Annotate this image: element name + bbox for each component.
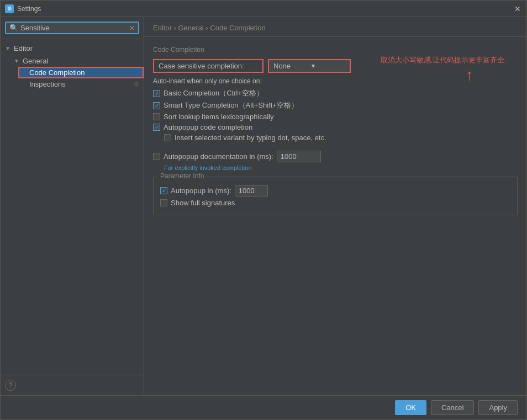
- tree-editor-label[interactable]: ▼ Editor: [1, 42, 144, 54]
- cancel-button[interactable]: Cancel: [431, 400, 474, 415]
- tree-arrow-general: ▼: [14, 58, 20, 64]
- param-autopopup-label: Autopopup in (ms):: [171, 187, 231, 195]
- title-bar-left: ⚙ Settings: [5, 4, 41, 13]
- parameter-info-group: Parameter Info Autopopup in (ms): Show f…: [153, 177, 518, 215]
- spacer: [153, 144, 518, 148]
- show-full-sig-checkbox[interactable]: [160, 199, 167, 206]
- case-sensitive-label: Case sensitive completion:: [159, 62, 244, 70]
- autopopup-doc-input[interactable]: [277, 151, 321, 162]
- sort-lookup-row: Sort lookup items lexicographically: [153, 113, 518, 121]
- autopopup-code-row: Autopopup code completion: [153, 123, 518, 131]
- basic-completion-row: Basic Completion（Ctrl+空格）: [153, 88, 518, 98]
- search-icon: 🔍: [9, 24, 18, 32]
- sidebar: 🔍 ✕ ▼ Editor ▼ General: [1, 17, 144, 395]
- smart-type-row: Smart Type Completion（Alt+Shift+空格）: [153, 100, 518, 110]
- auto-insert-label: Auto-insert when only one choice on:: [153, 77, 518, 85]
- insert-selected-label: Insert selected variant by typing dot, s…: [175, 134, 326, 142]
- group-box-title: Parameter Info: [158, 172, 206, 180]
- general-label: General: [23, 57, 48, 65]
- breadcrumb: Editor › General › Code Completion: [144, 17, 526, 37]
- basic-completion-label: Basic Completion（Ctrl+空格）: [164, 88, 264, 98]
- editor-label: Editor: [14, 44, 33, 52]
- case-sensitive-dropdown[interactable]: None ▼: [268, 59, 351, 73]
- dropdown-value: None: [273, 62, 308, 70]
- search-bar: 🔍 ✕: [1, 17, 144, 39]
- app-icon: ⚙: [5, 4, 14, 13]
- case-sensitive-label-box: Case sensitive completion:: [153, 59, 264, 73]
- hint-text: For explicitly invoked completion: [164, 164, 518, 171]
- dropdown-arrow-icon: ▼: [310, 63, 345, 69]
- param-autopopup-input[interactable]: [235, 185, 268, 196]
- section-label: Code Completion: [153, 46, 518, 54]
- autopopup-doc-checkbox[interactable]: [153, 153, 160, 160]
- param-autopopup-checkbox[interactable]: [160, 187, 167, 194]
- basic-completion-checkbox[interactable]: [153, 90, 160, 97]
- sidebar-bottom: ?: [1, 375, 144, 395]
- sidebar-tree: ▼ Editor ▼ General Code Completion: [1, 39, 144, 375]
- breadcrumb-path: Editor › General › Code Completion: [153, 24, 266, 32]
- tree-editor-children: ▼ General Code Completion Inspections ⚙: [1, 54, 144, 91]
- show-full-sig-label: Show full signatures: [171, 199, 235, 207]
- inspections-icon: ⚙: [134, 81, 139, 88]
- right-panel: Editor › General › Code Completion Code …: [144, 17, 526, 395]
- autopopup-doc-row: Autopopup documentation in (ms):: [153, 151, 518, 162]
- smart-type-checkbox[interactable]: [153, 102, 160, 109]
- title-bar: ⚙ Settings ✕: [1, 1, 526, 17]
- tree-editor: ▼ Editor ▼ General Code Completion: [1, 41, 144, 92]
- code-completion-label: Code Completion: [29, 68, 85, 77]
- autopopup-doc-label: Autopopup documentation in (ms):: [164, 152, 273, 161]
- ok-button[interactable]: OK: [395, 400, 426, 415]
- search-wrapper[interactable]: 🔍 ✕: [5, 22, 139, 34]
- search-input[interactable]: [20, 24, 127, 32]
- tree-general-label[interactable]: ▼ General: [9, 55, 144, 67]
- search-clear-icon[interactable]: ✕: [129, 24, 135, 32]
- main-content: 🔍 ✕ ▼ Editor ▼ General: [1, 17, 526, 395]
- sidebar-item-code-completion[interactable]: Code Completion: [18, 67, 144, 78]
- sidebar-item-inspections[interactable]: Inspections ⚙: [18, 78, 144, 90]
- panel-body: Code Completion Case sensitive completio…: [144, 37, 526, 395]
- case-sensitive-row: Case sensitive completion: None ▼: [153, 59, 518, 73]
- sort-lookup-label: Sort lookup items lexicographically: [164, 113, 273, 121]
- close-button[interactable]: ✕: [513, 4, 522, 13]
- settings-window: ⚙ Settings ✕ 🔍 ✕ ▼ Editor: [0, 0, 527, 420]
- tree-arrow-editor: ▼: [5, 45, 12, 51]
- insert-selected-row: Insert selected variant by typing dot, s…: [153, 134, 518, 142]
- autopopup-code-label: Autopopup code completion: [164, 123, 252, 131]
- insert-selected-checkbox[interactable]: [164, 134, 171, 141]
- tree-general-children: Code Completion Inspections ⚙: [9, 67, 144, 90]
- apply-button[interactable]: Apply: [478, 400, 518, 415]
- param-autopopup-row: Autopopup in (ms):: [160, 185, 510, 196]
- window-title: Settings: [17, 5, 41, 13]
- footer: OK Cancel Apply: [1, 395, 526, 419]
- show-full-sig-row: Show full signatures: [160, 199, 510, 207]
- tree-general: ▼ General Code Completion Inspections ⚙: [9, 54, 144, 91]
- autopopup-code-checkbox[interactable]: [153, 124, 160, 131]
- smart-type-label: Smart Type Completion（Alt+Shift+空格）: [164, 100, 298, 110]
- inspections-label: Inspections: [29, 80, 66, 88]
- help-button[interactable]: ?: [5, 380, 16, 391]
- sort-lookup-checkbox[interactable]: [153, 113, 160, 120]
